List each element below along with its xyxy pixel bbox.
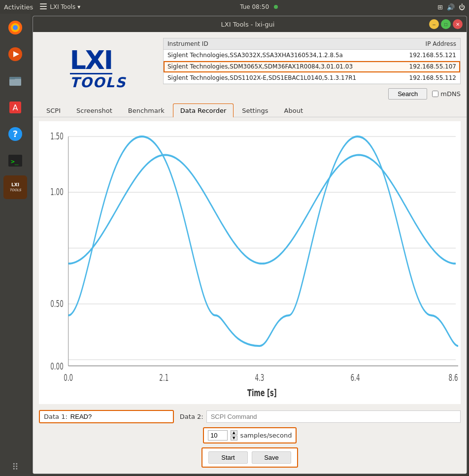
samples-input[interactable] [208,430,228,441]
controls-bottom-row: ▲ ▼ samples/second [39,427,461,443]
svg-rect-9 [9,79,21,86]
instrument-table: Instrument ID IP Address Siglent Technol… [163,38,461,84]
lxi-logo: LXI TOOLS [70,47,127,91]
svg-text:LXI: LXI [11,182,19,187]
app-menu[interactable]: LXI Tools ▾ [39,2,80,12]
time-display: Tue 08:50 [240,3,269,10]
instrument-row[interactable]: Siglent Technologies,SDM3065X,SDM36FAX1R… [164,61,460,72]
sidebar-item-software[interactable]: A [3,96,27,119]
instrument-row[interactable]: Siglent Technologies,SSA3032X,SSA3XHA316… [164,50,460,61]
window-title: LXI Tools - lxi-gui [67,21,429,28]
window-controls: – □ ✕ [429,19,463,29]
samples-group: ▲ ▼ samples/second [203,427,297,443]
logo-lxi-text: LXI [70,47,113,74]
sidebar-item-firefox[interactable] [3,16,27,39]
sidebar: A ? >_ LXI TOOLS ⠿ [0,14,31,476]
instrument-ip-cell: 192.168.55.112 [396,72,460,84]
tab-settings[interactable]: Settings [234,103,275,117]
tab-scpi[interactable]: SCPI [39,103,68,117]
tab-benchmark[interactable]: Benchmark [121,103,172,117]
sidebar-item-help[interactable]: ? [3,122,27,146]
col-ip-address: IP Address [396,38,460,50]
tab-about[interactable]: About [277,103,310,117]
mdns-checkbox[interactable] [432,91,438,97]
logo-area: LXI TOOLS [39,38,157,100]
chart-container: 1.50 1.00 0.50 0.00 0.0 2.1 4.3 6.4 8.6 … [39,121,461,404]
data1-group: Data 1: [39,410,174,423]
mdns-label[interactable]: mDNS [432,90,461,98]
power-icon: ⏻ [459,3,465,11]
sidebar-item-terminal[interactable]: >_ [3,149,27,172]
minimize-button[interactable]: – [429,19,439,29]
svg-text:>_: >_ [11,158,19,165]
tab-data-recorder[interactable]: Data Recorder [173,103,234,117]
logo-tools-text: TOOLS [70,74,127,91]
start-button[interactable]: Start [208,451,248,464]
save-button[interactable]: Save [252,451,291,464]
data2-group: Data 2: [180,410,461,423]
mdns-text: mDNS [440,90,461,98]
col-instrument-id: Instrument ID [164,38,396,50]
time-dot [274,5,278,9]
app-content: LXI TOOLS Instrument ID IP Address [33,32,467,474]
top-bar: Activities LXI Tools ▾ Tue 08:50 ⊞ 🔊 ⏻ [0,0,469,14]
sine-wave-svg [39,121,461,404]
instrument-id-cell: Siglent Technologies,SDM3065X,SDM36FAX1R… [164,61,396,72]
search-button[interactable]: Search [388,88,427,100]
volume-icon: 🔊 [447,3,455,11]
data-row: Data 1: Data 2: [39,410,461,423]
close-button[interactable]: ✕ [453,19,463,29]
spinner-up[interactable]: ▲ [231,430,237,435]
top-bar-center: Tue 08:50 [240,3,278,10]
data2-label: Data 2: [180,413,203,420]
data2-input[interactable] [206,410,461,423]
svg-point-5 [13,25,18,30]
tabs-bar: SCPIScreenshotBenchmarkData RecorderSett… [33,103,467,117]
app-menu-label: LXI Tools [50,3,75,10]
sidebar-item-files[interactable] [3,69,27,93]
action-buttons: Start Save [39,447,461,468]
app-menu-icon [39,2,48,12]
svg-rect-2 [40,8,47,9]
window-titlebar: LXI Tools - lxi-gui – □ ✕ [33,16,467,32]
app-menu-arrow: ▾ [77,3,80,10]
spinner-down[interactable]: ▼ [231,436,237,441]
app-window: LXI Tools - lxi-gui – □ ✕ LXI TOOLS [33,16,467,474]
instrument-ip-cell: 192.168.55.107 [396,61,460,72]
sidebar-item-rhythmbox[interactable] [3,42,27,66]
spinner: ▲ ▼ [231,430,237,441]
svg-text:A: A [13,103,18,112]
svg-text:?: ? [13,129,18,139]
svg-rect-10 [9,77,15,79]
instrument-row[interactable]: Siglent Technologies,SDS1102X-E,SDS1EBAC… [164,72,460,84]
maximize-button[interactable]: □ [441,19,451,29]
network-icon: ⊞ [437,3,443,11]
instrument-id-cell: Siglent Technologies,SSA3032X,SSA3XHA316… [164,50,396,61]
svg-rect-0 [40,3,47,4]
instrument-ip-cell: 192.168.55.121 [396,50,460,61]
samples-label: samples/second [240,432,292,439]
svg-text:TOOLS: TOOLS [9,188,21,192]
search-row: Search mDNS [163,88,461,100]
main-layout: A ? >_ LXI TOOLS ⠿ [0,14,469,476]
activities-button[interactable]: Activities [4,3,33,11]
svg-rect-1 [40,6,47,7]
sidebar-item-lxi-tools[interactable]: LXI TOOLS [3,175,27,199]
top-section: LXI TOOLS Instrument ID IP Address [33,32,467,103]
instrument-area: Instrument ID IP Address Siglent Technol… [163,38,461,100]
sidebar-dots[interactable]: ⠿ [12,462,18,472]
sine-wave-line [68,155,456,264]
data1-label: Data 1: [44,413,67,420]
instrument-id-cell: Siglent Technologies,SDS1102X-E,SDS1EBAC… [164,72,396,84]
bottom-controls: Data 1: Data 2: ▲ ▼ [33,406,467,474]
tab-screenshot[interactable]: Screenshot [69,103,120,117]
top-bar-right: ⊞ 🔊 ⏻ [437,3,465,11]
data1-input[interactable] [70,413,169,420]
